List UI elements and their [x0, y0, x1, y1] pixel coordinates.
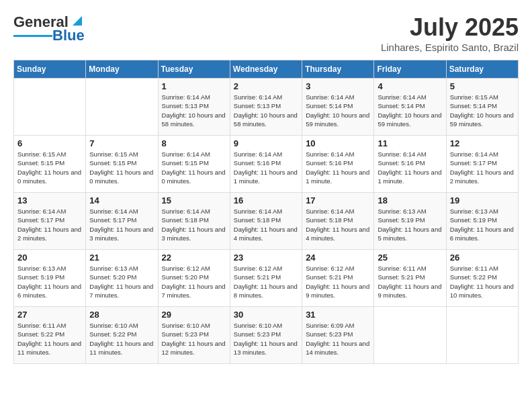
- calendar-cell: 25 Sunrise: 6:11 AMSunset: 5:21 PMDaylig…: [374, 250, 446, 307]
- day-number: 7: [89, 138, 154, 148]
- calendar-cell: 7 Sunrise: 6:15 AMSunset: 5:15 PMDayligh…: [86, 136, 158, 193]
- calendar-cell: 26 Sunrise: 6:11 AMSunset: 5:22 PMDaylig…: [446, 250, 518, 307]
- calendar-cell: 11 Sunrise: 6:14 AMSunset: 5:16 PMDaylig…: [374, 136, 446, 193]
- day-info: Sunrise: 6:13 AMSunset: 5:19 PMDaylight:…: [450, 207, 515, 242]
- day-number: 14: [89, 195, 154, 205]
- header-friday: Friday: [374, 60, 446, 79]
- day-info: Sunrise: 6:13 AMSunset: 5:20 PMDaylight:…: [89, 264, 154, 300]
- header-thursday: Thursday: [302, 60, 374, 79]
- day-info: Sunrise: 6:09 AMSunset: 5:23 PMDaylight:…: [306, 321, 370, 357]
- day-number: 4: [378, 81, 442, 91]
- calendar-cell: 29 Sunrise: 6:10 AMSunset: 5:23 PMDaylig…: [158, 307, 230, 364]
- day-info: Sunrise: 6:12 AMSunset: 5:21 PMDaylight:…: [306, 264, 370, 300]
- calendar-cell: 12 Sunrise: 6:14 AMSunset: 5:17 PMDaylig…: [446, 136, 518, 193]
- calendar-cell: 15 Sunrise: 6:14 AMSunset: 5:18 PMDaylig…: [158, 193, 230, 250]
- calendar-cell: 18 Sunrise: 6:13 AMSunset: 5:19 PMDaylig…: [374, 193, 446, 250]
- calendar-cell: 17 Sunrise: 6:14 AMSunset: 5:18 PMDaylig…: [302, 193, 374, 250]
- day-number: 6: [17, 138, 82, 148]
- calendar-cell: 9 Sunrise: 6:14 AMSunset: 5:16 PMDayligh…: [230, 136, 302, 193]
- calendar-cell: [446, 307, 518, 364]
- header-saturday: Saturday: [446, 60, 518, 79]
- day-number: 26: [450, 253, 515, 263]
- day-number: 11: [378, 138, 442, 148]
- calendar-cell: 27 Sunrise: 6:11 AMSunset: 5:22 PMDaylig…: [14, 307, 86, 364]
- calendar-cell: 2 Sunrise: 6:14 AMSunset: 5:13 PMDayligh…: [230, 79, 302, 136]
- day-info: Sunrise: 6:15 AMSunset: 5:15 PMDaylight:…: [89, 150, 154, 185]
- day-info: Sunrise: 6:11 AMSunset: 5:21 PMDaylight:…: [378, 264, 442, 300]
- header-tuesday: Tuesday: [158, 60, 230, 79]
- day-number: 13: [17, 195, 82, 205]
- calendar-cell: 24 Sunrise: 6:12 AMSunset: 5:21 PMDaylig…: [302, 250, 374, 307]
- calendar-week-4: 20 Sunrise: 6:13 AMSunset: 5:19 PMDaylig…: [14, 250, 519, 307]
- day-info: Sunrise: 6:14 AMSunset: 5:16 PMDaylight:…: [234, 150, 298, 185]
- day-info: Sunrise: 6:14 AMSunset: 5:17 PMDaylight:…: [450, 150, 515, 185]
- calendar-cell: 13 Sunrise: 6:14 AMSunset: 5:17 PMDaylig…: [14, 193, 86, 250]
- day-number: 24: [306, 253, 370, 263]
- logo: General Blue: [13, 13, 85, 44]
- calendar-week-5: 27 Sunrise: 6:11 AMSunset: 5:22 PMDaylig…: [14, 307, 519, 364]
- day-number: 28: [89, 310, 154, 320]
- calendar-cell: 14 Sunrise: 6:14 AMSunset: 5:17 PMDaylig…: [86, 193, 158, 250]
- day-number: 2: [234, 81, 298, 91]
- day-number: 18: [378, 195, 442, 205]
- day-number: 23: [234, 253, 298, 263]
- day-info: Sunrise: 6:14 AMSunset: 5:13 PMDaylight:…: [162, 93, 226, 128]
- calendar-cell: 5 Sunrise: 6:15 AMSunset: 5:14 PMDayligh…: [446, 79, 518, 136]
- calendar-cell: 4 Sunrise: 6:14 AMSunset: 5:14 PMDayligh…: [374, 79, 446, 136]
- logo-icon: [70, 13, 85, 28]
- day-number: 31: [306, 310, 370, 320]
- calendar-cell: 6 Sunrise: 6:15 AMSunset: 5:15 PMDayligh…: [14, 136, 86, 193]
- day-info: Sunrise: 6:14 AMSunset: 5:18 PMDaylight:…: [234, 207, 298, 242]
- calendar-cell: [14, 79, 86, 136]
- day-number: 1: [162, 81, 226, 91]
- day-info: Sunrise: 6:10 AMSunset: 5:22 PMDaylight:…: [89, 321, 154, 357]
- day-info: Sunrise: 6:14 AMSunset: 5:17 PMDaylight:…: [17, 207, 82, 242]
- calendar-cell: [86, 79, 158, 136]
- day-info: Sunrise: 6:14 AMSunset: 5:16 PMDaylight:…: [378, 150, 442, 185]
- subtitle: Linhares, Espirito Santo, Brazil: [381, 42, 519, 53]
- day-number: 20: [17, 253, 82, 263]
- calendar-cell: 30 Sunrise: 6:10 AMSunset: 5:23 PMDaylig…: [230, 307, 302, 364]
- day-number: 30: [234, 310, 298, 320]
- day-info: Sunrise: 6:14 AMSunset: 5:16 PMDaylight:…: [306, 150, 370, 185]
- header-monday: Monday: [86, 60, 158, 79]
- day-number: 15: [162, 195, 226, 205]
- calendar-cell: 16 Sunrise: 6:14 AMSunset: 5:18 PMDaylig…: [230, 193, 302, 250]
- day-info: Sunrise: 6:14 AMSunset: 5:18 PMDaylight:…: [306, 207, 370, 242]
- calendar-week-3: 13 Sunrise: 6:14 AMSunset: 5:17 PMDaylig…: [14, 193, 519, 250]
- calendar-cell: 1 Sunrise: 6:14 AMSunset: 5:13 PMDayligh…: [158, 79, 230, 136]
- day-info: Sunrise: 6:11 AMSunset: 5:22 PMDaylight:…: [17, 321, 82, 357]
- day-number: 25: [378, 253, 442, 263]
- day-number: 5: [450, 81, 515, 91]
- day-info: Sunrise: 6:15 AMSunset: 5:15 PMDaylight:…: [17, 150, 82, 185]
- calendar-cell: 22 Sunrise: 6:12 AMSunset: 5:20 PMDaylig…: [158, 250, 230, 307]
- day-number: 16: [234, 195, 298, 205]
- day-info: Sunrise: 6:11 AMSunset: 5:22 PMDaylight:…: [450, 264, 515, 300]
- day-info: Sunrise: 6:14 AMSunset: 5:13 PMDaylight:…: [234, 93, 298, 128]
- calendar-cell: 31 Sunrise: 6:09 AMSunset: 5:23 PMDaylig…: [302, 307, 374, 364]
- calendar-cell: 10 Sunrise: 6:14 AMSunset: 5:16 PMDaylig…: [302, 136, 374, 193]
- calendar-week-1: 1 Sunrise: 6:14 AMSunset: 5:13 PMDayligh…: [14, 79, 519, 136]
- svg-marker-0: [73, 16, 82, 26]
- header-wednesday: Wednesday: [230, 60, 302, 79]
- day-number: 27: [17, 310, 82, 320]
- month-title: July 2025: [381, 13, 519, 42]
- day-info: Sunrise: 6:12 AMSunset: 5:20 PMDaylight:…: [162, 264, 226, 300]
- day-info: Sunrise: 6:14 AMSunset: 5:14 PMDaylight:…: [378, 93, 442, 128]
- day-info: Sunrise: 6:13 AMSunset: 5:19 PMDaylight:…: [17, 264, 82, 300]
- day-number: 3: [306, 81, 370, 91]
- day-number: 8: [162, 138, 226, 148]
- day-number: 12: [450, 138, 515, 148]
- calendar-cell: 21 Sunrise: 6:13 AMSunset: 5:20 PMDaylig…: [86, 250, 158, 307]
- calendar-cell: 28 Sunrise: 6:10 AMSunset: 5:22 PMDaylig…: [86, 307, 158, 364]
- day-info: Sunrise: 6:12 AMSunset: 5:21 PMDaylight:…: [234, 264, 298, 300]
- day-number: 22: [162, 253, 226, 263]
- calendar-cell: 8 Sunrise: 6:14 AMSunset: 5:15 PMDayligh…: [158, 136, 230, 193]
- calendar-header-row: Sunday Monday Tuesday Wednesday Thursday…: [14, 60, 519, 79]
- day-info: Sunrise: 6:10 AMSunset: 5:23 PMDaylight:…: [234, 321, 298, 357]
- header-sunday: Sunday: [14, 60, 86, 79]
- day-info: Sunrise: 6:13 AMSunset: 5:19 PMDaylight:…: [378, 207, 442, 242]
- day-number: 9: [234, 138, 298, 148]
- page-header: General Blue July 2025 Linhares, Espirit…: [13, 13, 519, 53]
- logo-blue: Blue: [52, 27, 85, 44]
